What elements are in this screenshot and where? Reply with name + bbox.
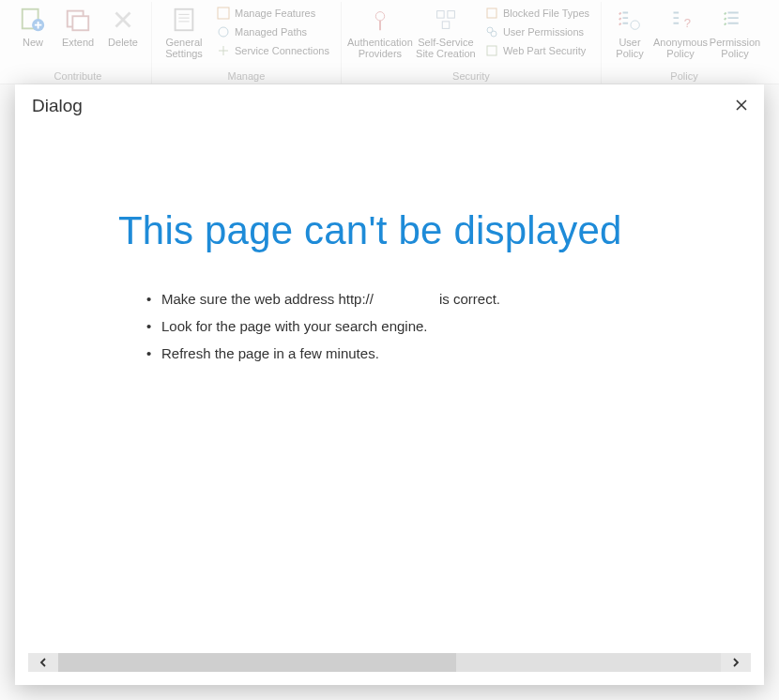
- close-icon: [736, 98, 747, 114]
- chevron-left-icon: [38, 656, 48, 670]
- dialog-header: Dialog: [15, 84, 764, 124]
- dialog-body: This page can't be displayed Make sure t…: [15, 124, 764, 646]
- chevron-right-icon: [731, 656, 741, 670]
- horizontal-scrollbar[interactable]: [28, 653, 751, 672]
- error-item-1a: Make sure the web address http://: [161, 291, 374, 307]
- scroll-right-button[interactable]: [721, 653, 751, 672]
- error-item-1b: is correct.: [439, 291, 500, 307]
- dialog-title: Dialog: [32, 96, 83, 116]
- error-item-1: Make sure the web address http://is corr…: [146, 291, 736, 307]
- error-list: Make sure the web address http://is corr…: [146, 291, 736, 361]
- error-item-3: Refresh the page in a few minutes.: [146, 345, 736, 361]
- error-item-2: Look for the page with your search engin…: [146, 318, 736, 334]
- modal-overlay: Dialog This page can't be displayed Make…: [0, 0, 779, 700]
- scroll-thumb[interactable]: [58, 653, 456, 672]
- dialog: Dialog This page can't be displayed Make…: [15, 84, 764, 685]
- close-button[interactable]: [732, 97, 751, 115]
- scroll-track[interactable]: [58, 653, 721, 672]
- error-heading: This page can't be displayed: [118, 208, 736, 253]
- scroll-left-button[interactable]: [28, 653, 58, 672]
